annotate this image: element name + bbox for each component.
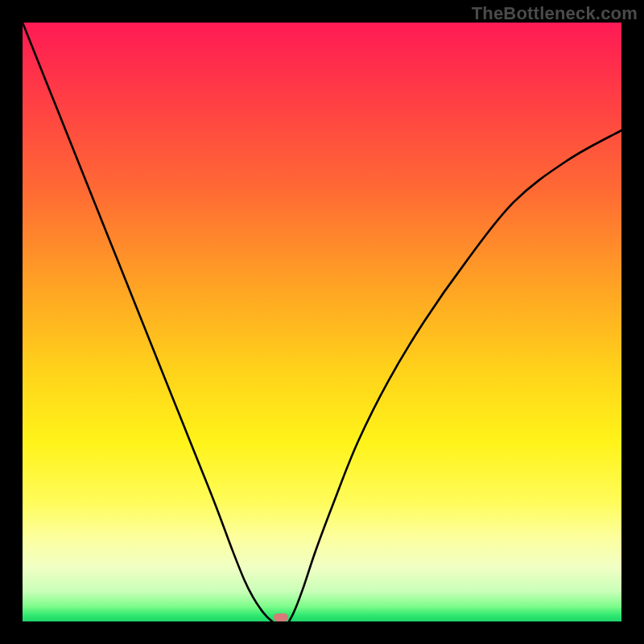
curve-left-branch bbox=[23, 23, 272, 621]
watermark-text: TheBottleneck.com bbox=[472, 3, 638, 24]
outer-frame: TheBottleneck.com bbox=[0, 0, 644, 644]
curve-layer bbox=[23, 23, 621, 621]
plot-area bbox=[23, 23, 621, 621]
minimum-marker bbox=[274, 613, 288, 621]
curve-right-branch bbox=[289, 130, 621, 621]
